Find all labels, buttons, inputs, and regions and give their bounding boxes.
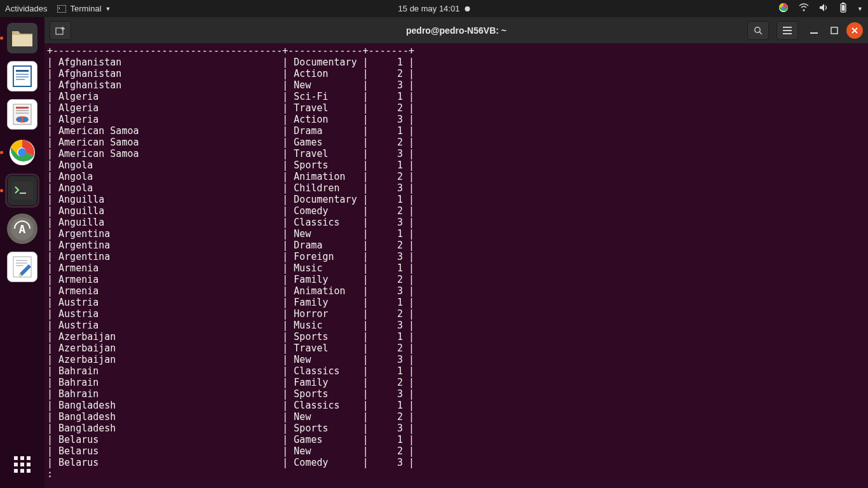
svg-rect-14 xyxy=(16,110,29,111)
window-title: pedro@pedro-N56VB: ~ xyxy=(406,25,506,36)
notification-dot-icon xyxy=(465,6,470,11)
dock-item-chrome[interactable] xyxy=(5,135,39,170)
volume-icon[interactable] xyxy=(819,3,829,14)
svg-rect-32 xyxy=(783,27,792,28)
clock[interactable]: 15 de may 14:01 xyxy=(398,4,460,13)
system-menu-chevron-icon[interactable]: ▼ xyxy=(857,6,863,12)
window-titlebar[interactable]: pedro@pedro-N56VB: ~ xyxy=(44,17,868,44)
svg-rect-22 xyxy=(11,182,33,200)
svg-rect-34 xyxy=(783,33,792,34)
terminal-window: pedro@pedro-N56VB: ~ +------------------… xyxy=(44,17,868,488)
svg-rect-13 xyxy=(16,107,29,109)
svg-point-31 xyxy=(755,27,760,32)
hamburger-menu-button[interactable] xyxy=(776,21,798,40)
apps-grid-icon xyxy=(14,456,31,473)
search-button[interactable] xyxy=(747,21,769,40)
text-editor-icon xyxy=(7,252,37,282)
svg-point-17 xyxy=(17,117,22,122)
svg-rect-36 xyxy=(831,27,837,34)
search-icon xyxy=(754,26,763,35)
maximize-button[interactable] xyxy=(826,22,843,39)
svg-rect-0 xyxy=(57,5,66,13)
svg-rect-5 xyxy=(842,3,844,4)
app-menu[interactable]: Terminal ▼ xyxy=(57,4,111,13)
maximize-icon xyxy=(831,27,838,34)
close-icon xyxy=(851,27,858,34)
files-icon xyxy=(7,23,37,53)
top-bar: Actividades Terminal ▼ 15 de may 14:01 ▼ xyxy=(0,0,868,17)
activities-button[interactable]: Actividades xyxy=(5,4,47,13)
hamburger-icon xyxy=(783,27,792,34)
svg-rect-29 xyxy=(16,265,24,266)
new-tab-icon xyxy=(55,26,65,35)
show-applications-button[interactable] xyxy=(5,447,39,482)
chrome-indicator-icon[interactable] xyxy=(778,3,789,15)
chrome-icon xyxy=(7,137,37,168)
minimize-button[interactable] xyxy=(806,22,822,39)
dock-item-files[interactable] xyxy=(5,21,39,55)
libreoffice-writer-icon xyxy=(7,61,37,92)
battery-icon[interactable] xyxy=(839,2,847,15)
svg-rect-10 xyxy=(16,76,29,78)
svg-text:A: A xyxy=(19,222,26,236)
svg-point-18 xyxy=(23,117,28,122)
terminal-icon xyxy=(7,175,37,206)
svg-rect-35 xyxy=(810,32,818,34)
chevron-down-icon: ▼ xyxy=(105,6,111,12)
dock: A xyxy=(0,17,44,488)
dock-item-document-viewer[interactable] xyxy=(5,97,39,132)
svg-rect-27 xyxy=(16,260,27,261)
close-button[interactable] xyxy=(846,22,863,39)
terminal-output[interactable]: +---------------------------------------… xyxy=(44,44,868,488)
minimize-icon xyxy=(810,27,818,34)
dock-item-terminal[interactable] xyxy=(5,173,39,208)
dock-item-text-editor[interactable] xyxy=(5,250,39,284)
software-updater-icon: A xyxy=(7,214,37,244)
app-menu-label: Terminal xyxy=(70,4,101,13)
svg-rect-23 xyxy=(20,193,26,194)
svg-point-3 xyxy=(803,10,805,11)
document-viewer-icon xyxy=(7,99,37,130)
terminal-menu-icon xyxy=(57,5,66,13)
svg-rect-8 xyxy=(16,70,29,72)
svg-rect-15 xyxy=(16,112,29,114)
svg-rect-33 xyxy=(783,30,792,31)
network-icon[interactable] xyxy=(799,3,809,14)
dock-item-software-updater[interactable]: A xyxy=(5,212,39,246)
svg-rect-6 xyxy=(842,5,845,11)
new-tab-button[interactable] xyxy=(50,21,71,40)
dock-item-libreoffice-writer[interactable] xyxy=(5,59,39,93)
svg-rect-11 xyxy=(16,79,25,80)
svg-rect-9 xyxy=(16,74,29,75)
svg-rect-28 xyxy=(16,262,27,264)
